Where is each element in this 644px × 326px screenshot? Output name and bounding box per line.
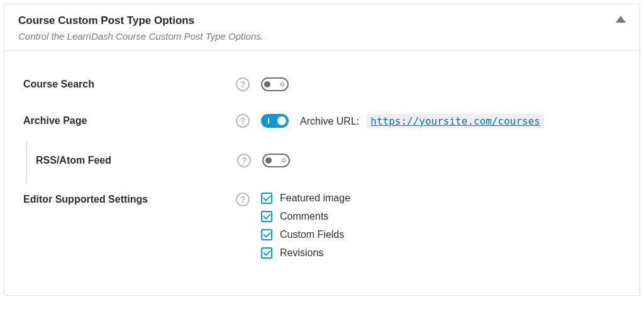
help-icon[interactable]: ? — [237, 154, 251, 167]
checkbox-label: Custom Fields — [280, 229, 344, 240]
checkbox-item-comments: Comments — [261, 211, 350, 222]
panel-header: Course Custom Post Type Options Control … — [4, 4, 640, 51]
help-icon[interactable]: ? — [236, 114, 250, 128]
editor-supported-label: Editor Supported Settings — [23, 193, 236, 205]
panel-body: Course Search ? Archive Page ? Archive U… — [4, 51, 640, 295]
checkbox-item-custom-fields: Custom Fields — [261, 229, 350, 240]
checkbox-revisions[interactable] — [261, 247, 272, 259]
checkbox-item-featured-image: Featured image — [261, 193, 350, 204]
field-editor-supported: Editor Supported Settings ? Featured ima… — [23, 184, 621, 273]
rss-feed-label: RSS/Atom Feed — [36, 154, 237, 166]
field-course-search: Course Search ? — [23, 69, 621, 105]
editor-supported-options: Featured image Comments Custom Fields Re… — [261, 193, 350, 259]
field-rss-feed: RSS/Atom Feed ? — [26, 142, 621, 184]
archive-url-label: Archive URL: — [300, 116, 359, 127]
panel-subtitle: Control the LearnDash Course Custom Post… — [18, 31, 626, 42]
checkbox-label: Revisions — [280, 247, 323, 259]
archive-url-link[interactable]: https://yoursite.com/courses — [367, 114, 544, 128]
archive-page-label: Archive Page — [23, 114, 236, 126]
checkbox-custom-fields[interactable] — [261, 229, 272, 240]
archive-page-toggle[interactable] — [261, 114, 289, 128]
checkbox-featured-image[interactable] — [261, 193, 272, 204]
course-search-label: Course Search — [23, 77, 236, 90]
field-archive-page: Archive Page ? Archive URL: https://your… — [23, 105, 621, 142]
archive-url-wrap: Archive URL: https://yoursite.com/course… — [300, 114, 544, 128]
collapse-icon[interactable] — [616, 16, 626, 23]
help-icon[interactable]: ? — [236, 77, 250, 91]
rss-feed-toggle[interactable] — [262, 154, 290, 167]
checkbox-label: Comments — [280, 211, 328, 222]
settings-panel: Course Custom Post Type Options Control … — [4, 4, 640, 296]
checkbox-comments[interactable] — [261, 211, 272, 222]
panel-title: Course Custom Post Type Options — [18, 14, 626, 27]
help-icon[interactable]: ? — [236, 193, 250, 206]
checkbox-item-revisions: Revisions — [261, 247, 350, 259]
checkbox-label: Featured image — [280, 193, 350, 204]
course-search-toggle[interactable] — [261, 77, 289, 91]
